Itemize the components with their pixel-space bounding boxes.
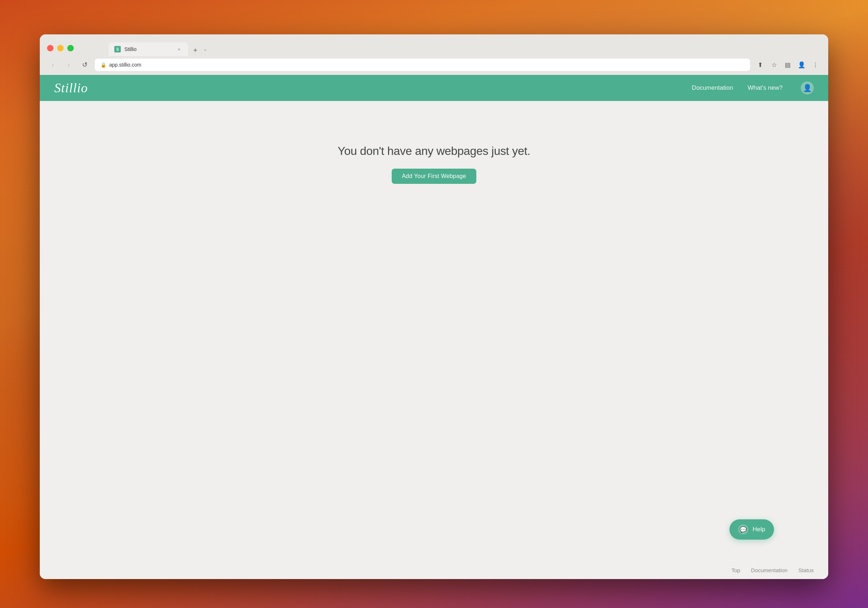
footer-top-link[interactable]: Top: [731, 567, 740, 573]
empty-state-title: You don't have any webpages just yet.: [338, 145, 530, 158]
traffic-lights: [47, 45, 74, 51]
reader-view-button[interactable]: ▤: [782, 59, 794, 71]
url-text: app.stillio.com: [109, 62, 141, 68]
address-bar: ‹ › ↺ 🔒 app.stillio.com ⬆ ☆ ▤ 👤 ⋮: [40, 56, 828, 75]
browser-chrome: S Stillio × + ˅ ‹ › ↺ 🔒 app.stillio.com: [40, 34, 828, 75]
help-chat-icon: 💬: [738, 524, 748, 535]
tab-close-button[interactable]: ×: [176, 46, 182, 53]
title-bar: S Stillio × + ˅: [40, 34, 828, 56]
add-first-webpage-button[interactable]: Add Your First Webpage: [392, 169, 476, 184]
url-bar[interactable]: 🔒 app.stillio.com: [95, 59, 750, 71]
more-options-button[interactable]: ⋮: [809, 59, 821, 71]
footer-status-link[interactable]: Status: [798, 567, 814, 573]
tab-bar-right: ˅: [201, 47, 209, 56]
tab-dropdown-button[interactable]: ˅: [201, 47, 209, 56]
share-button[interactable]: ⬆: [755, 59, 766, 71]
app-logo: Stillio: [54, 80, 88, 96]
help-label: Help: [753, 526, 765, 533]
browser-tab[interactable]: S Stillio ×: [108, 42, 188, 56]
profile-button[interactable]: 👤: [796, 59, 807, 71]
tab-title: Stillio: [124, 46, 172, 52]
forward-button[interactable]: ›: [63, 59, 74, 71]
app-navbar: Stillio Documentation What's new? 👤: [40, 75, 828, 101]
maximize-window-button[interactable]: [67, 45, 74, 51]
whats-new-link[interactable]: What's new?: [747, 84, 783, 92]
app-footer: Top Documentation Status: [40, 561, 828, 579]
refresh-button[interactable]: ↺: [79, 59, 90, 71]
user-avatar[interactable]: 👤: [801, 81, 814, 95]
documentation-link[interactable]: Documentation: [692, 84, 733, 92]
back-button[interactable]: ‹: [47, 59, 59, 71]
nav-links: Documentation What's new? 👤: [692, 81, 814, 95]
secure-lock-icon: 🔒: [101, 62, 106, 68]
tab-bar: S Stillio × + ˅: [79, 40, 238, 56]
browser-window: S Stillio × + ˅ ‹ › ↺ 🔒 app.stillio.com: [40, 34, 828, 579]
close-window-button[interactable]: [47, 45, 54, 51]
main-content: You don't have any webpages just yet. Ad…: [40, 101, 828, 561]
new-tab-button[interactable]: +: [189, 45, 201, 56]
app-content: Stillio Documentation What's new? 👤 You …: [40, 75, 828, 579]
tab-favicon: S: [114, 46, 121, 53]
minimize-window-button[interactable]: [57, 45, 64, 51]
footer-documentation-link[interactable]: Documentation: [751, 567, 788, 573]
browser-actions: ⬆ ☆ ▤ 👤 ⋮: [755, 59, 821, 71]
empty-state: You don't have any webpages just yet. Ad…: [338, 145, 530, 184]
bookmark-button[interactable]: ☆: [768, 59, 780, 71]
help-button[interactable]: 💬 Help: [730, 519, 774, 540]
